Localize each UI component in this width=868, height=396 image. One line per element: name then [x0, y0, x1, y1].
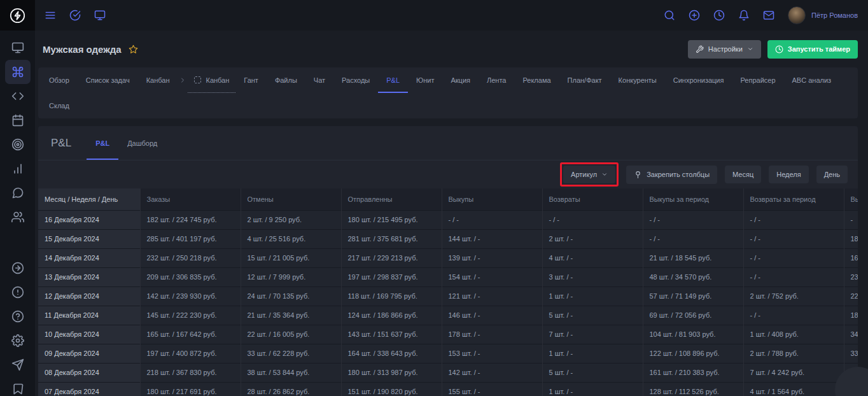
sidebar-item-alert-circle[interactable]: [5, 280, 31, 304]
project-tab[interactable]: Канбан: [138, 67, 178, 93]
data-cell: 121 шт. / -: [442, 286, 542, 306]
data-cell: 153 шт. / -: [442, 344, 542, 363]
pnl-section-title: P&L: [51, 126, 71, 160]
sidebar-item-calendar[interactable]: [5, 108, 31, 132]
data-cell: 104 шт. / 81 903 руб.: [643, 325, 743, 344]
subtab-dashboard[interactable]: Дашборд: [118, 126, 166, 160]
check-circle-icon[interactable]: [69, 10, 81, 21]
data-cell: 182 шт. / 224 745 руб.: [140, 210, 241, 229]
project-tab[interactable]: Список задач: [78, 67, 138, 93]
sidebar-item-settings[interactable]: [5, 329, 31, 353]
column-header: Отправленны: [341, 188, 442, 210]
sidebar-item-message-circle[interactable]: [5, 181, 31, 205]
data-cell: 124 шт. / 186 866 руб.: [341, 306, 442, 325]
data-cell: 24 шт. / 70 135 руб.: [241, 286, 341, 306]
data-cell: 209 шт. / 306 835 руб.: [140, 267, 241, 286]
data-cell: 180 шт. / 217 691 руб.: [140, 382, 241, 396]
table-row: 12 Декабря 2024142 шт. / 239 930 руб.24 …: [38, 286, 858, 306]
project-tab[interactable]: Конкуренты: [610, 67, 665, 93]
period-button-week[interactable]: Неделя: [769, 166, 808, 183]
command-icon: [11, 66, 24, 78]
user-menu[interactable]: Пётр Романов: [788, 6, 858, 24]
pnl-table-wrap: Месяц / Неделя / ДеньЗаказыОтменыОтправл…: [38, 188, 858, 396]
sidebar-item-bookmark[interactable]: [5, 377, 31, 396]
data-cell: - / -: [743, 248, 844, 267]
plus-circle-icon[interactable]: [689, 10, 700, 21]
data-cell: 2 шт. / 788 руб.: [743, 344, 844, 363]
bell-icon[interactable]: [738, 10, 750, 21]
pin-columns-button[interactable]: Закрепить столбцы: [626, 166, 717, 184]
data-cell: 21 шт. / 18 545 руб.: [643, 248, 743, 267]
favorite-star-icon[interactable]: [129, 45, 138, 54]
column-header: Выкупы за период: [643, 188, 743, 210]
search-icon[interactable]: [664, 10, 675, 21]
project-tab[interactable]: Гант: [235, 67, 267, 93]
breadcrumb-separator: [178, 67, 188, 93]
project-tab[interactable]: Реклама: [514, 67, 559, 93]
topbar: Пётр Романов: [0, 0, 868, 31]
data-cell: 23: [844, 267, 858, 286]
date-cell: 10 Декабря 2024: [38, 325, 140, 344]
header-actions: Настройки Запустить таймер: [688, 40, 858, 59]
period-button-day[interactable]: День: [816, 166, 848, 183]
app-logo[interactable]: [0, 0, 35, 31]
sidebar-item-arrow-right-circle[interactable]: [5, 256, 31, 280]
project-tab[interactable]: Расходы: [333, 67, 378, 93]
project-tab[interactable]: План/Факт: [559, 67, 610, 93]
data-cell: 151 шт. / 190 820 руб.: [341, 382, 442, 396]
data-cell: 12 шт. / 7 999 руб.: [241, 267, 341, 286]
data-cell: - / -: [743, 210, 844, 229]
data-cell: - / -: [743, 229, 844, 248]
dashed-square-icon: [194, 76, 201, 83]
alert-circle-icon: [11, 286, 24, 299]
project-tab[interactable]: Лента: [479, 67, 514, 93]
project-tab[interactable]: ABC анализ: [784, 67, 840, 93]
sidebar-item-code[interactable]: [5, 84, 31, 108]
data-cell: 33: [844, 344, 858, 363]
artikul-dropdown-button[interactable]: Артикул: [563, 166, 615, 183]
column-header: Вы: [844, 188, 858, 210]
period-button-month[interactable]: Месяц: [725, 166, 761, 183]
table-row: 16 Декабря 2024182 шт. / 224 745 руб.2 ш…: [38, 210, 858, 229]
data-cell: 22: [844, 286, 858, 306]
data-cell: 197 шт. / 400 872 руб.: [140, 344, 241, 363]
project-tab[interactable]: Акция: [442, 67, 479, 93]
sidebar-item-help-circle[interactable]: [5, 304, 31, 329]
project-tab[interactable]: Обзор: [41, 67, 78, 93]
data-cell: 122 шт. / 108 896 руб.: [643, 344, 743, 363]
project-tab[interactable]: Синхронизация: [665, 67, 732, 93]
mail-icon[interactable]: [763, 10, 774, 21]
project-tab[interactable]: P&L: [378, 67, 408, 93]
data-cell: 218 шт. / 367 830 руб.: [140, 363, 241, 382]
data-cell: 4 шт. / 25 516 руб.: [241, 229, 341, 248]
project-tab[interactable]: Склад: [41, 93, 78, 118]
sidebar-item-target[interactable]: [5, 132, 31, 157]
data-cell: 22 шт. / 16 005 руб.: [241, 325, 341, 344]
sidebar-item-users[interactable]: [5, 205, 31, 229]
sidebar-item-bar-chart[interactable]: [5, 157, 31, 181]
monitor-icon: [11, 41, 24, 54]
clock-icon[interactable]: [713, 10, 725, 21]
code-icon: [11, 90, 24, 103]
project-tab[interactable]: Файлы: [267, 67, 305, 93]
sidebar-item-send[interactable]: [5, 353, 31, 377]
sidebar-item-monitor[interactable]: [5, 36, 31, 60]
settings-button[interactable]: Настройки: [688, 40, 761, 59]
project-tab[interactable]: Репрайсер: [732, 67, 783, 93]
tab-kanban-sub[interactable]: Канбан: [188, 67, 235, 93]
data-cell: 7 шт. / 4 242 руб.: [743, 363, 844, 382]
data-cell: 28 шт. / 26 862 руб.: [241, 382, 341, 396]
monitor-icon[interactable]: [94, 10, 106, 21]
menu-icon[interactable]: [45, 10, 56, 21]
data-cell: 33 шт. / 62 228 руб.: [241, 344, 341, 363]
project-tab[interactable]: Чат: [305, 67, 333, 93]
data-cell: 57 шт. / 71 149 руб.: [643, 286, 743, 306]
user-name: Пётр Романов: [811, 11, 858, 19]
data-cell: 3 шт. / -: [542, 267, 643, 286]
sidebar-item-command[interactable]: [5, 60, 31, 84]
subtab-pnl[interactable]: P&L: [87, 126, 118, 160]
project-tab[interactable]: Юнит: [408, 67, 442, 93]
table-row: 07 Декабря 2024180 шт. / 217 691 руб.28 …: [38, 382, 858, 396]
main-content: Мужская одежда Настройки Запустить тайме…: [35, 31, 868, 396]
start-timer-button[interactable]: Запустить таймер: [767, 40, 858, 59]
